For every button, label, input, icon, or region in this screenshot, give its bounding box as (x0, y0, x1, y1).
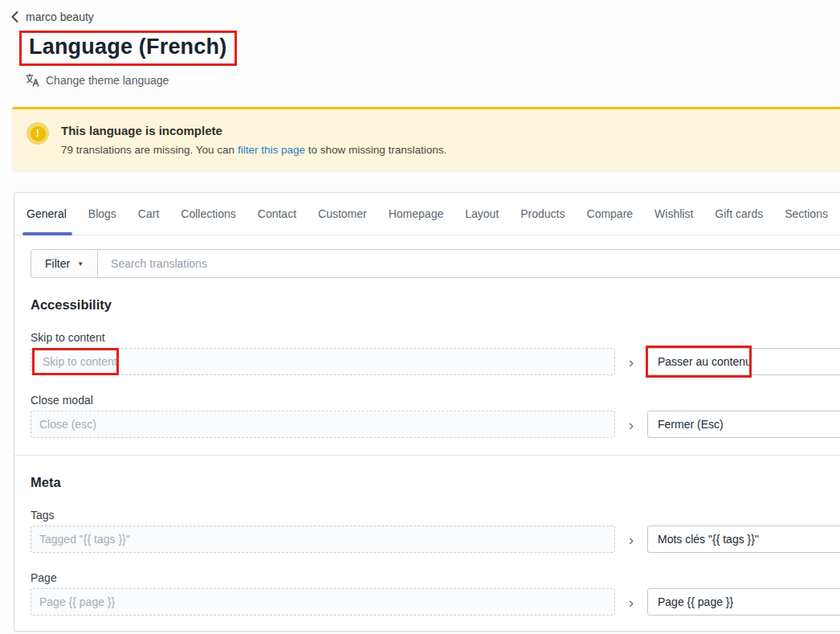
section-divider (14, 455, 840, 456)
tab-blogs[interactable]: Blogs (88, 193, 116, 235)
tab-sections[interactable]: Sections (785, 193, 828, 235)
tab-layout[interactable]: Layout (465, 193, 499, 235)
filter-this-page-link[interactable]: filter this page (238, 144, 305, 156)
source-field-skip-to-content: Skip to content (31, 348, 615, 375)
field-label-skip-to-content: Skip to content (31, 331, 840, 344)
filter-button[interactable]: Filter ▼ (31, 250, 98, 277)
tab-bar: General Blogs Cart Collections Contact C… (14, 193, 840, 235)
translations-card: General Blogs Cart Collections Contact C… (14, 192, 840, 632)
field-label-close-modal: Close modal (31, 394, 840, 407)
source-field-page: Page {{ page }} (31, 588, 615, 616)
annotation-box-title: Language (French) (19, 31, 237, 66)
breadcrumb-back[interactable]: marco beauty (11, 10, 94, 23)
source-field-tags: Tagged "{{ tags }}" (31, 526, 615, 553)
translation-input-page[interactable] (647, 588, 840, 616)
source-field-close-modal: Close (esc) (31, 411, 615, 438)
banner-title: This language is incomplete (61, 124, 447, 137)
source-placeholder-page: Page {{ page }} (39, 595, 115, 608)
tab-products[interactable]: Products (520, 193, 565, 235)
tab-collections[interactable]: Collections (181, 193, 235, 235)
tab-contact[interactable]: Contact (258, 193, 296, 235)
chevron-right-icon: › (615, 532, 647, 547)
incomplete-language-banner: ! This language is incomplete 79 transla… (12, 107, 840, 170)
chevron-right-icon: › (615, 417, 647, 432)
change-theme-language-label: Change theme language (46, 74, 169, 87)
change-theme-language-link[interactable]: Change theme language (26, 73, 169, 87)
section-heading-meta: Meta (31, 475, 840, 490)
banner-message-before: 79 translations are missing. You can (61, 144, 238, 156)
general-tab-panel: Filter ▼ Accessibility Skip to content S… (14, 235, 840, 616)
tab-cart[interactable]: Cart (138, 193, 159, 235)
translation-row-skip-to-content: Skip to content › (31, 348, 840, 375)
filter-search-group: Filter ▼ (31, 249, 840, 278)
tab-customer[interactable]: Customer (318, 193, 367, 235)
page-header: marco beauty Language (French) Change th (0, 0, 840, 90)
translation-input-skip-to-content[interactable] (647, 348, 840, 375)
source-placeholder-skip-to-content: Skip to content (43, 355, 117, 368)
tab-gift-cards[interactable]: Gift cards (715, 193, 763, 235)
banner-message: 79 translations are missing. You can fil… (61, 144, 447, 156)
translation-row-page: Page {{ page }} › (31, 588, 840, 616)
tab-wishlist[interactable]: Wishlist (654, 193, 693, 235)
warning-icon: ! (27, 122, 49, 145)
translation-input-tags[interactable] (647, 526, 840, 553)
translation-row-tags: Tagged "{{ tags }}" › (31, 526, 840, 553)
translate-icon (26, 73, 39, 87)
banner-message-after: to show missing translations. (305, 144, 447, 156)
tab-general[interactable]: General (27, 193, 67, 235)
breadcrumb-label: marco beauty (26, 10, 94, 23)
field-label-page: Page (31, 571, 840, 584)
chevron-right-icon: › (615, 354, 647, 370)
filter-button-label: Filter (45, 257, 70, 270)
chevron-left-icon (11, 11, 18, 22)
section-heading-accessibility: Accessibility (31, 297, 840, 313)
chevron-right-icon: › (615, 595, 647, 610)
source-placeholder-tags: Tagged "{{ tags }}" (39, 533, 130, 546)
field-label-tags: Tags (31, 509, 840, 522)
translation-row-close-modal: Close (esc) › (31, 411, 840, 438)
search-translations-input[interactable] (98, 250, 840, 277)
tab-homepage[interactable]: Homepage (389, 193, 444, 235)
caret-down-icon: ▼ (77, 260, 84, 268)
source-placeholder-close-modal: Close (esc) (39, 418, 96, 431)
translation-input-close-modal[interactable] (647, 411, 840, 438)
tab-compare[interactable]: Compare (587, 193, 634, 235)
page-title: Language (French) (29, 35, 226, 59)
